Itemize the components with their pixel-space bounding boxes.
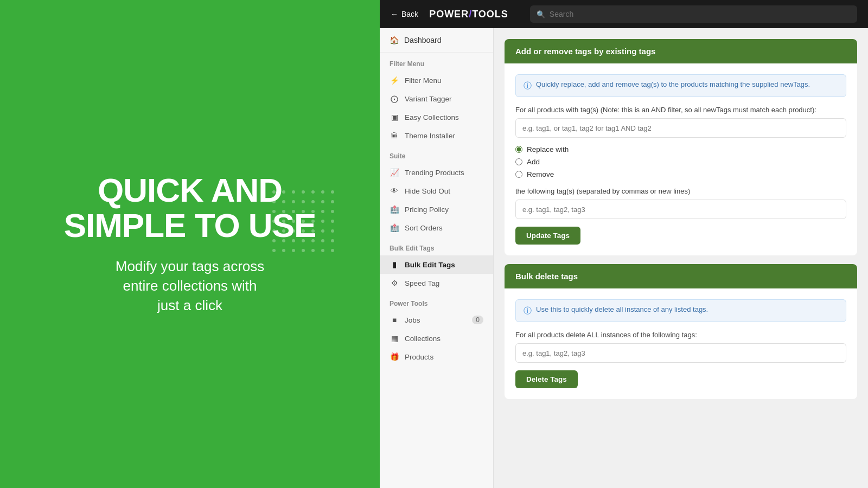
dashboard-icon: 🏠	[390, 36, 399, 44]
back-arrow-icon: ←	[391, 10, 398, 18]
hero-title: QUICK AND SIMPLE TO USE	[64, 172, 316, 243]
sidebar-item-bulk-edit-tags[interactable]: ▮ Bulk Edit Tags	[380, 255, 493, 274]
hide-sold-out-icon: 👁	[390, 186, 399, 196]
back-button[interactable]: ← Back	[391, 10, 418, 18]
theme-installer-icon: 🏛	[390, 131, 399, 140]
sidebar-item-hide-sold-out[interactable]: 👁 Hide Sold Out	[380, 182, 493, 200]
action-radio-group: Replace with Add Remove	[515, 145, 846, 178]
speed-tag-icon: ⚙	[390, 278, 399, 288]
add-remove-tags-card: Add or remove tags by existing tags ⓘ Qu…	[505, 39, 857, 255]
trending-products-icon: 📈	[390, 168, 399, 177]
main-content: 🏠 Dashboard Filter Menu ⚡ Filter Menu ⨀ …	[380, 28, 868, 488]
existing-tags-label: For all products with tag(s) (Note: this…	[515, 106, 846, 114]
info-icon: ⓘ	[524, 81, 532, 91]
top-bar: ← Back POWER/TOOLS 🔍	[380, 0, 868, 28]
sidebar-item-collections[interactable]: ▦ Collections	[380, 329, 493, 348]
radio-remove[interactable]: Remove	[515, 170, 846, 178]
content-area: Add or remove tags by existing tags ⓘ Qu…	[494, 28, 868, 488]
add-remove-tags-body: ⓘ Quickly replace, add and remove tag(s)…	[505, 63, 857, 255]
power-tools-header: Power Tools	[380, 292, 493, 311]
sidebar-item-sort-orders[interactable]: 🏥 Sort Orders	[380, 219, 493, 237]
bulk-delete-info-box: ⓘ Use this to quickly delete all instanc…	[515, 299, 846, 322]
sidebar-item-dashboard[interactable]: 🏠 Dashboard	[380, 28, 493, 53]
app-panel: ← Back POWER/TOOLS 🔍 🏠 Dashboard Filter …	[380, 0, 868, 488]
radio-add[interactable]: Add	[515, 158, 846, 166]
variant-tagger-icon: ⨀	[390, 94, 399, 104]
search-icon: 🔍	[537, 10, 545, 18]
bulk-delete-tags-card: Bulk delete tags ⓘ Use this to quickly d…	[505, 264, 857, 399]
sidebar-item-variant-tagger[interactable]: ⨀ Variant Tagger	[380, 89, 493, 108]
easy-collections-icon: ▣	[390, 112, 399, 122]
jobs-badge: 0	[472, 316, 483, 324]
delete-tags-button[interactable]: Delete Tags	[515, 370, 578, 388]
search-input[interactable]	[550, 10, 851, 18]
sidebar-item-theme-installer[interactable]: 🏛 Theme Installer	[380, 126, 493, 145]
search-bar: 🔍	[530, 5, 857, 23]
sidebar-item-easy-collections[interactable]: ▣ Easy Collections	[380, 108, 493, 126]
jobs-icon: ■	[390, 315, 399, 325]
following-tags-input[interactable]	[515, 200, 846, 219]
following-tags-label: the following tag(s) (separated by comma…	[515, 187, 846, 195]
sidebar: 🏠 Dashboard Filter Menu ⚡ Filter Menu ⨀ …	[380, 28, 494, 488]
sidebar-item-products[interactable]: 🎁 Products	[380, 348, 493, 366]
add-remove-info-box: ⓘ Quickly replace, add and remove tag(s)…	[515, 74, 846, 97]
update-tags-button[interactable]: Update Tags	[515, 227, 580, 245]
sidebar-item-speed-tag[interactable]: ⚙ Speed Tag	[380, 274, 493, 292]
add-remove-tags-header: Add or remove tags by existing tags	[505, 39, 857, 63]
hero-subtitle: Modify your tags across entire collectio…	[64, 256, 316, 316]
filter-menu-header: Filter Menu	[380, 53, 493, 71]
sidebar-item-pricing-policy[interactable]: 🏥 Pricing Policy	[380, 200, 493, 219]
bulk-edit-tags-icon: ▮	[390, 260, 399, 269]
pricing-policy-icon: 🏥	[390, 204, 399, 214]
sidebar-item-trending-products[interactable]: 📈 Trending Products	[380, 163, 493, 182]
collections-icon: ▦	[390, 333, 399, 343]
left-panel: QUICK AND SIMPLE TO USE Modify your tags…	[0, 0, 380, 488]
sort-orders-icon: 🏥	[390, 223, 399, 233]
hero-text: QUICK AND SIMPLE TO USE Modify your tags…	[64, 172, 316, 315]
products-icon: 🎁	[390, 352, 399, 362]
bulk-delete-info-icon: ⓘ	[524, 306, 532, 316]
radio-replace-with[interactable]: Replace with	[515, 145, 846, 153]
delete-tags-label: For all products delete ALL instances of…	[515, 331, 846, 339]
filter-menu-icon: ⚡	[390, 75, 399, 85]
app-logo: POWER/TOOLS	[429, 9, 508, 20]
bulk-edit-header: Bulk Edit Tags	[380, 237, 493, 255]
sidebar-item-jobs[interactable]: ■ Jobs 0	[380, 311, 493, 329]
existing-tags-input[interactable]	[515, 118, 846, 138]
suite-header: Suite	[380, 145, 493, 163]
sidebar-item-filter-menu[interactable]: ⚡ Filter Menu	[380, 71, 493, 89]
bulk-delete-tags-header: Bulk delete tags	[505, 264, 857, 288]
delete-tags-input[interactable]	[515, 343, 846, 363]
bulk-delete-tags-body: ⓘ Use this to quickly delete all instanc…	[505, 288, 857, 399]
